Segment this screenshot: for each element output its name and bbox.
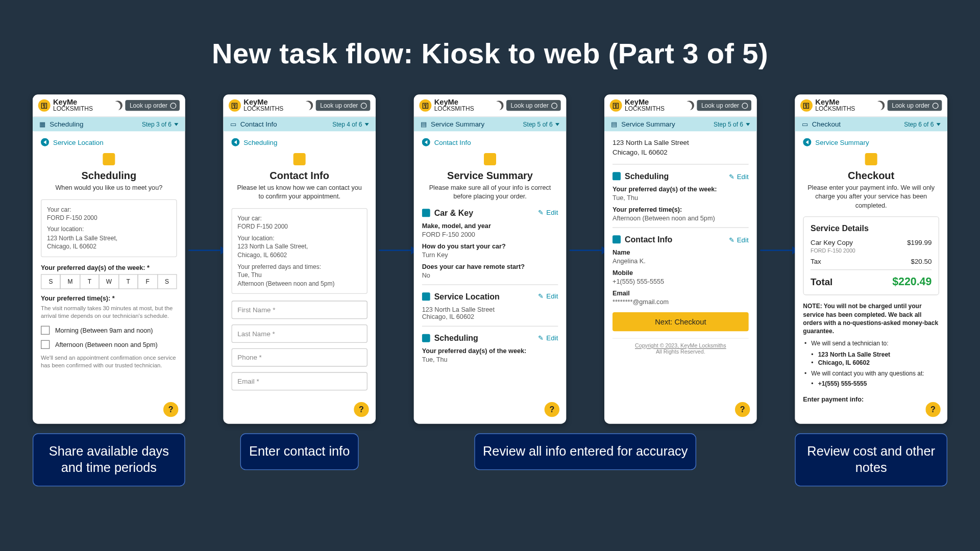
edit-car-link[interactable]: Edit <box>538 209 558 217</box>
afternoon-checkbox[interactable]: Afternoon (Between noon and 5pm) <box>41 340 177 348</box>
page-subtitle: Please make sure all of your info is cor… <box>422 184 558 201</box>
arrow-1 <box>188 249 227 251</box>
phones-row: ⚿ KeyMeLOCKSMITHS Look up order ▦Schedul… <box>0 94 980 486</box>
back-link[interactable]: Scheduling <box>231 138 368 146</box>
brand-logo[interactable]: ⚿KeyMeLOCKSMITHS <box>419 98 492 112</box>
screen-summary-2: ⚿KeyMeLOCKSMITHS Look up order ▤Service … <box>604 94 757 423</box>
contact-icon: ▭ <box>230 120 236 128</box>
screen-contact-info: ⚿KeyMeLOCKSMITHS Look up order ▭Contact … <box>223 94 376 423</box>
arrow-3 <box>570 249 608 251</box>
step-indicator[interactable]: Step 6 of 6 <box>904 121 940 128</box>
step-indicator[interactable]: Step 5 of 6 <box>523 121 559 128</box>
lookup-order-button[interactable]: Look up order <box>697 100 751 111</box>
summary-box: Your car:FORD F-150 2000 Your location: … <box>231 208 368 294</box>
time-note: The visit normally takes 30 minutes at m… <box>41 305 177 320</box>
footer: Copyright © 2023, KeyMe LocksmithsAll Ri… <box>612 338 749 359</box>
dark-mode-icon[interactable] <box>113 101 123 110</box>
help-button[interactable]: ? <box>925 402 940 417</box>
contact-icon <box>612 235 621 243</box>
key-icon: ⚿ <box>38 99 51 112</box>
card-icon <box>865 153 877 165</box>
brand-logo[interactable]: ⚿ KeyMeLOCKSMITHS <box>38 98 111 112</box>
arrow-4 <box>760 249 798 251</box>
last-name-input[interactable]: Last Name * <box>231 325 368 343</box>
back-icon <box>422 138 430 146</box>
key-icon: ⚿ <box>800 99 813 112</box>
edit-contact-link[interactable]: Edit <box>729 236 749 243</box>
email-input[interactable]: Email * <box>231 372 368 391</box>
document-icon: ▤ <box>421 120 427 128</box>
service-details-box: Service Details Car Key CopyFORD F-150 2… <box>803 217 939 296</box>
time-label: Your preferred time(s): * <box>41 294 177 302</box>
lookup-order-button[interactable]: Look up order <box>126 100 180 111</box>
document-icon: ▤ <box>611 120 617 128</box>
back-icon <box>231 138 239 146</box>
caption-2: Enter contact info <box>240 433 359 470</box>
screen-summary-1: ⚿KeyMeLOCKSMITHS Look up order ▤Service … <box>414 94 567 423</box>
caption-4: Review cost and other notes <box>795 433 947 486</box>
breadcrumb: Checkout <box>812 120 841 128</box>
caption-3: Review all info entered for accuracy <box>474 433 697 470</box>
brand-logo[interactable]: ⚿KeyMeLOCKSMITHS <box>229 98 301 112</box>
first-name-input[interactable]: First Name * <box>231 301 368 319</box>
breadcrumb: Service Summary <box>431 120 484 128</box>
step-indicator[interactable]: Step 3 of 6 <box>142 121 178 128</box>
help-button[interactable]: ? <box>545 402 559 417</box>
brand-logo[interactable]: ⚿KeyMeLOCKSMITHS <box>800 98 873 112</box>
days-label: Your preferred day(s) of the week: * <box>41 264 177 271</box>
back-icon <box>41 138 49 146</box>
contact-card-icon <box>293 153 306 165</box>
screen-scheduling: ⚿ KeyMeLOCKSMITHS Look up order ▦Schedul… <box>33 94 185 423</box>
dark-mode-icon[interactable] <box>875 101 885 110</box>
breadcrumb: Service Summary <box>621 120 675 128</box>
help-button[interactable]: ? <box>354 402 369 417</box>
edit-location-link[interactable]: Edit <box>538 293 558 300</box>
breadcrumb: Scheduling <box>50 120 83 128</box>
page-title: Checkout <box>803 169 939 181</box>
calendar-icon <box>103 153 115 165</box>
screen-checkout: ⚿KeyMeLOCKSMITHS Look up order ▭Checkout… <box>795 94 947 423</box>
lookup-order-button[interactable]: Look up order <box>507 100 561 111</box>
car-icon <box>422 209 430 217</box>
page-subtitle: When would you like us to meet you? <box>41 184 177 192</box>
brand-logo[interactable]: ⚿KeyMeLOCKSMITHS <box>610 98 682 112</box>
page-subtitle: Please let us know how we can contact yo… <box>231 184 368 201</box>
page-title: Contact Info <box>231 169 368 181</box>
lookup-order-button[interactable]: Look up order <box>316 100 370 111</box>
total-amount: $220.49 <box>892 276 932 288</box>
key-icon: ⚿ <box>229 99 241 112</box>
page-subtitle: Please enter your payment info. We will … <box>803 184 939 210</box>
calendar-icon <box>422 334 430 342</box>
document-icon <box>484 153 496 165</box>
card-icon: ▭ <box>802 120 808 128</box>
help-button[interactable]: ? <box>163 402 178 417</box>
key-icon: ⚿ <box>419 99 431 112</box>
dark-mode-icon[interactable] <box>495 101 504 110</box>
arrow-2 <box>379 249 418 251</box>
lookup-order-button[interactable]: Look up order <box>888 100 942 111</box>
help-button[interactable]: ? <box>735 402 750 417</box>
morning-checkbox[interactable]: Morning (Between 9am and noon) <box>41 325 177 334</box>
edit-schedule-link[interactable]: Edit <box>729 172 749 180</box>
step-indicator[interactable]: Step 4 of 6 <box>332 121 369 128</box>
next-checkout-button[interactable]: Next: Checkout <box>612 312 749 331</box>
caption-1: Share available days and time periods <box>33 433 185 486</box>
summary-box: Your car:FORD F-150 2000 Your location: … <box>41 199 177 257</box>
back-link[interactable]: Service Location <box>41 138 177 146</box>
step-indicator[interactable]: Step 5 of 6 <box>714 121 750 128</box>
phone-input[interactable]: Phone * <box>231 348 368 367</box>
slide-title: New task flow: Kiosk to web (Part 3 of 5… <box>0 37 980 70</box>
payment-label: Enter payment info: <box>803 395 939 403</box>
edit-schedule-link[interactable]: Edit <box>538 334 558 342</box>
dark-mode-icon[interactable] <box>685 101 695 110</box>
calendar-icon: ▦ <box>39 120 45 128</box>
day-picker[interactable]: SMTWTFS <box>41 274 177 289</box>
pin-icon <box>422 292 430 300</box>
back-link[interactable]: Contact Info <box>422 138 558 146</box>
address-text: 123 North La Salle StreetChicago, IL 606… <box>612 138 749 157</box>
dark-mode-icon[interactable] <box>304 101 313 110</box>
breadcrumb: Contact Info <box>240 120 277 128</box>
key-icon: ⚿ <box>610 99 622 112</box>
charge-note: NOTE: You will not be charged until your… <box>803 303 939 336</box>
back-link[interactable]: Service Summary <box>803 138 939 146</box>
